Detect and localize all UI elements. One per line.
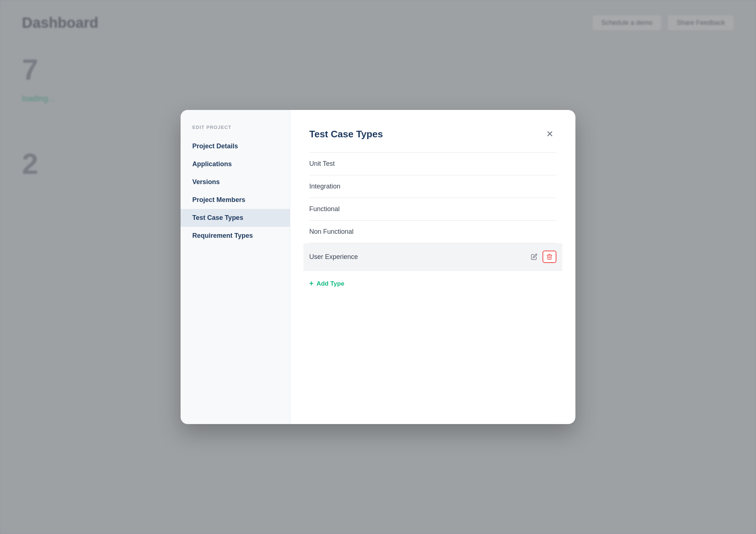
modal: EDIT PROJECT Project Details Application…: [181, 110, 575, 424]
type-name-unit-test: Unit Test: [309, 160, 335, 168]
sidebar-item-test-case-types[interactable]: Test Case Types: [181, 209, 290, 227]
sidebar-item-project-details[interactable]: Project Details: [181, 137, 290, 155]
delete-type-button[interactable]: [543, 251, 556, 263]
type-item-user-experience: User Experience: [303, 243, 562, 271]
sidebar-item-requirement-types[interactable]: Requirement Types: [181, 227, 290, 245]
type-actions-user-experience: [529, 251, 556, 263]
type-name-user-experience: User Experience: [309, 253, 358, 261]
modal-overlay: EDIT PROJECT Project Details Application…: [0, 0, 756, 534]
sidebar-section-label: EDIT PROJECT: [181, 125, 290, 137]
type-item-integration: Integration: [309, 175, 556, 198]
pencil-icon: [531, 253, 537, 260]
type-name-integration: Integration: [309, 183, 340, 190]
type-item-unit-test: Unit Test: [309, 153, 556, 175]
sidebar-item-applications[interactable]: Applications: [181, 155, 290, 173]
type-name-non-functional: Non Functional: [309, 228, 354, 236]
sidebar-item-versions[interactable]: Versions: [181, 173, 290, 191]
modal-header: Test Case Types ✕: [309, 127, 556, 141]
modal-sidebar: EDIT PROJECT Project Details Application…: [181, 110, 290, 424]
sidebar-item-project-members[interactable]: Project Members: [181, 191, 290, 209]
trash-icon: [546, 253, 553, 260]
modal-close-button[interactable]: ✕: [543, 127, 556, 141]
type-list: Unit Test Integration Functional Non Fun…: [309, 152, 556, 271]
add-type-button[interactable]: + Add Type: [309, 278, 344, 289]
type-item-functional: Functional: [309, 198, 556, 221]
edit-type-button[interactable]: [529, 251, 540, 262]
type-item-non-functional: Non Functional: [309, 221, 556, 243]
add-type-icon: +: [309, 279, 314, 288]
modal-title: Test Case Types: [309, 129, 383, 140]
close-icon: ✕: [546, 129, 553, 139]
type-name-functional: Functional: [309, 205, 340, 213]
modal-main-content: Test Case Types ✕ Unit Test Integration …: [290, 110, 575, 424]
add-type-label: Add Type: [317, 280, 344, 287]
